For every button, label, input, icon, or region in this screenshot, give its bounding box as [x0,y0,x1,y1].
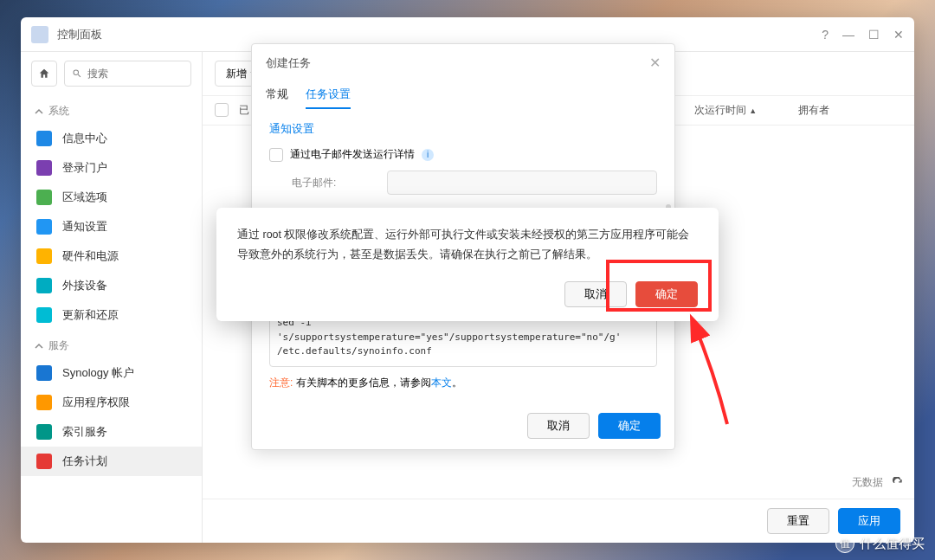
nav-icon [36,278,52,293]
minimize-icon[interactable]: — [842,28,854,42]
search-icon [72,68,82,80]
nav-icon [36,365,52,381]
tab-task-settings[interactable]: 任务设置 [306,81,351,109]
watermark-text: 什么值得买 [860,536,925,552]
sidebar-section-header[interactable]: 服务 [21,330,202,358]
sidebar-item-应用程序权限[interactable]: 应用程序权限 [21,388,202,417]
nav-icon [36,424,52,440]
nav-icon [36,395,52,410]
sidebar-item-label: 信息中心 [62,131,107,146]
sidebar-item-label: 硬件和电源 [62,248,119,264]
nav-icon [36,131,52,146]
tab-general[interactable]: 常规 [266,81,288,109]
col-owner[interactable]: 拥有者 [798,103,902,118]
sidebar-item-label: 任务计划 [62,454,107,469]
email-input[interactable] [387,171,657,195]
sidebar-item-label: 应用程序权限 [62,395,130,410]
close-icon[interactable]: ✕ [893,28,904,42]
home-button[interactable] [31,61,57,87]
modal-ok-button[interactable]: 确定 [598,413,661,439]
sidebar-item-label: 更新和还原 [62,307,119,323]
col-next-run[interactable]: 次运行时间 ▲ [694,103,798,118]
modal-cancel-button[interactable]: 取消 [527,413,590,439]
reset-button[interactable]: 重置 [767,508,829,534]
sidebar-item-label: 索引服务 [62,424,107,440]
sidebar-item-索引服务[interactable]: 索引服务 [21,417,202,447]
search-input[interactable] [64,61,191,87]
new-button-label: 新增 [226,67,247,81]
window-title: 控制面板 [57,27,822,42]
sidebar-item-label: Synology 帐户 [62,365,134,381]
sidebar-item-任务计划[interactable]: 任务计划 [21,447,202,476]
section-notify-title: 通知设置 [269,121,657,137]
modal-title: 创建任务 [266,55,311,71]
sidebar-item-登录门户[interactable]: 登录门户 [21,153,202,183]
email-checkbox-label: 通过电子邮件发送运行详情 [290,147,415,162]
select-all-checkbox[interactable] [215,103,229,117]
confirm-text: 通过 root 权限修改系统配置、运行外部可执行文件或安装未经授权的第三方应用程… [237,225,698,264]
email-checkbox[interactable] [269,148,283,162]
sidebar-item-label: 区域选项 [62,190,107,205]
nav-icon [36,190,52,205]
nav-icon [36,248,52,264]
sidebar-item-Synology 帐户[interactable]: Synology 帐户 [21,358,202,388]
sidebar-item-label: 通知设置 [62,219,107,235]
help-icon[interactable]: ? [822,28,829,42]
nav-icon [36,454,52,469]
sidebar-item-信息中心[interactable]: 信息中心 [21,124,202,153]
sidebar-item-区域选项[interactable]: 区域选项 [21,183,202,212]
confirm-cancel-button[interactable]: 取消 [564,281,627,307]
confirm-dialog: 通过 root 权限修改系统配置、运行外部可执行文件或安装未经授权的第三方应用程… [216,208,719,321]
chevron-up-icon [35,107,43,116]
sidebar-item-label: 登录门户 [62,160,107,176]
sidebar-item-硬件和电源[interactable]: 硬件和电源 [21,241,202,271]
chevron-up-icon [35,342,43,351]
info-icon[interactable]: i [422,149,434,161]
app-icon [31,26,48,43]
sidebar: 系统信息中心登录门户区域选项通知设置硬件和电源外接设备更新和还原服务Synolo… [21,52,203,543]
watermark: 值 什么值得买 [835,534,925,553]
maximize-icon[interactable]: ☐ [868,28,880,42]
sidebar-section-header[interactable]: 系统 [21,95,202,124]
email-field-label: 电子邮件: [292,176,378,190]
note-link[interactable]: 本文 [431,377,452,389]
modal-close-icon[interactable]: ✕ [649,55,661,71]
note-label: 注意: [269,377,293,389]
home-icon [38,68,50,80]
sidebar-item-外接设备[interactable]: 外接设备 [21,271,202,300]
apply-button[interactable]: 应用 [838,508,900,534]
note-text: 有关脚本的更多信息，请参阅 [293,377,430,389]
nav-icon [36,307,52,323]
nav-icon [36,160,52,176]
refresh-icon[interactable] [892,477,904,489]
confirm-ok-button[interactable]: 确定 [635,281,698,307]
sidebar-item-通知设置[interactable]: 通知设置 [21,212,202,241]
no-data-label: 无数据 [852,475,883,490]
search-field[interactable] [87,68,184,80]
watermark-badge: 值 [835,534,854,553]
sidebar-item-更新和还原[interactable]: 更新和还原 [21,300,202,330]
nav-icon [36,219,52,235]
sidebar-item-label: 外接设备 [62,278,107,293]
